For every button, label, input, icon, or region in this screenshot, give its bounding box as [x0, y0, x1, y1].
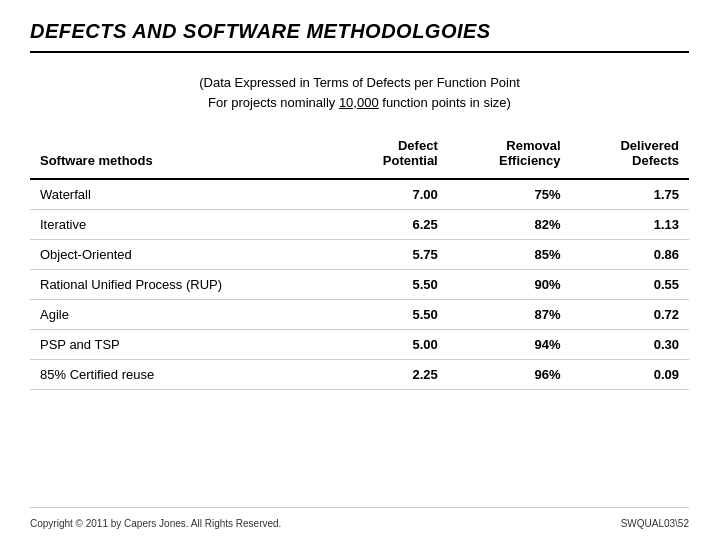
header-removal-efficiency: RemovalEfficiency [448, 132, 571, 179]
cell-removal-efficiency: 85% [448, 240, 571, 270]
header-method: Software methods [30, 132, 335, 179]
cell-method: Waterfall [30, 179, 335, 210]
cell-defect-potential: 5.50 [335, 300, 448, 330]
title-divider [30, 51, 689, 53]
cell-defect-potential: 6.25 [335, 210, 448, 240]
cell-defect-potential: 5.00 [335, 330, 448, 360]
table-row: Rational Unified Process (RUP)5.5090%0.5… [30, 270, 689, 300]
cell-delivered-defects: 0.86 [571, 240, 689, 270]
cell-method: Rational Unified Process (RUP) [30, 270, 335, 300]
cell-defect-potential: 5.75 [335, 240, 448, 270]
footer-code: SWQUAL03\52 [621, 518, 689, 529]
data-table: Software methods DefectPotential Removal… [30, 132, 689, 390]
cell-defect-potential: 7.00 [335, 179, 448, 210]
page-container: DEFECTS AND SOFTWARE METHODOLGOIES (Data… [0, 0, 719, 539]
header-delivered-defects: DeliveredDefects [571, 132, 689, 179]
table-row: 85% Certified reuse2.2596%0.09 [30, 360, 689, 390]
cell-removal-efficiency: 82% [448, 210, 571, 240]
cell-delivered-defects: 0.09 [571, 360, 689, 390]
cell-delivered-defects: 0.55 [571, 270, 689, 300]
cell-method: PSP and TSP [30, 330, 335, 360]
table-header-row: Software methods DefectPotential Removal… [30, 132, 689, 179]
subtitle-line1: (Data Expressed in Terms of Defects per … [199, 75, 520, 90]
table-row: Waterfall7.0075%1.75 [30, 179, 689, 210]
cell-delivered-defects: 1.75 [571, 179, 689, 210]
table-row: Object-Oriented5.7585%0.86 [30, 240, 689, 270]
table-row: PSP and TSP5.0094%0.30 [30, 330, 689, 360]
cell-delivered-defects: 1.13 [571, 210, 689, 240]
cell-removal-efficiency: 75% [448, 179, 571, 210]
table-row: Iterative6.2582%1.13 [30, 210, 689, 240]
cell-method: Agile [30, 300, 335, 330]
cell-method: Iterative [30, 210, 335, 240]
cell-method: Object-Oriented [30, 240, 335, 270]
footer-copyright: Copyright © 2011 by Capers Jones. All Ri… [30, 518, 281, 529]
table-row: Agile5.5087%0.72 [30, 300, 689, 330]
subtitle: (Data Expressed in Terms of Defects per … [30, 73, 689, 112]
page-title: DEFECTS AND SOFTWARE METHODOLGOIES [30, 20, 689, 43]
header-defect-potential: DefectPotential [335, 132, 448, 179]
cell-delivered-defects: 0.30 [571, 330, 689, 360]
cell-method: 85% Certified reuse [30, 360, 335, 390]
cell-defect-potential: 5.50 [335, 270, 448, 300]
footer: Copyright © 2011 by Capers Jones. All Ri… [30, 507, 689, 529]
subtitle-line2-prefix: For projects nominally 10,000 function p… [208, 95, 511, 110]
cell-removal-efficiency: 94% [448, 330, 571, 360]
cell-removal-efficiency: 87% [448, 300, 571, 330]
cell-defect-potential: 2.25 [335, 360, 448, 390]
cell-removal-efficiency: 96% [448, 360, 571, 390]
cell-removal-efficiency: 90% [448, 270, 571, 300]
cell-delivered-defects: 0.72 [571, 300, 689, 330]
